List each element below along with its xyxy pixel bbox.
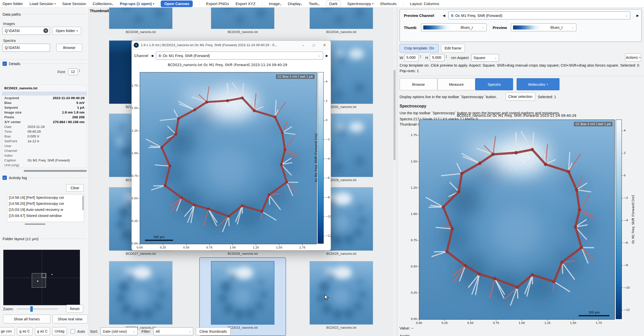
reset-zoom-label: Reset — [70, 307, 79, 311]
scan-params-badge: CC Bias 5 mV | Iset 1 pA — [574, 122, 612, 126]
menu-item-image[interactable]: Image▾ — [269, 2, 281, 6]
preview-channel-label: Preview Channel — [404, 13, 434, 18]
menu-item-pop-ups-1-open[interactable]: Pop-ups (1 open)▾ — [120, 2, 154, 6]
menu-item-open-canvas[interactable]: Open Canvas — [161, 1, 193, 7]
log-vscrollbar[interactable] — [82, 196, 84, 210]
preview-channel-dropdown[interactable]: 8: Oc M1 Freq. Shift (Forward) ⌄ — [448, 11, 630, 19]
marker-stats: Thumbnail markers On | Preview On | Mini… — [400, 122, 531, 126]
clear-selection-button[interactable]: Clear selection — [506, 92, 535, 101]
menu-item-display[interactable]: Display▾ — [288, 2, 302, 6]
menu-item-spectroscopy[interactable]: Spectroscopy▾ — [347, 2, 373, 6]
clear-log-button[interactable]: Clear — [66, 184, 84, 192]
thumbnails-scrollbar-thumb[interactable] — [394, 70, 396, 160]
thumbnail-BCD023_nanonis[interactable] — [211, 261, 274, 325]
spectra-path-input[interactable] — [3, 44, 50, 52]
channel-dropdown[interactable]: 8: Oc M1 Freq. Shift (Forward) ⌄ — [156, 51, 323, 60]
thumb-cmap-value: Blues_r — [461, 25, 473, 30]
height-stepper[interactable]: ▲▼ — [445, 55, 447, 58]
reset-zoom-button[interactable]: Reset — [66, 305, 83, 313]
menu-item-dark[interactable]: Dark — [326, 1, 341, 7]
activity-log-checkbox[interactable]: ✓ — [3, 176, 7, 180]
prev-channel-button[interactable]: ◀ — [151, 54, 153, 58]
menu-item-tools[interactable]: Tools▾ — [309, 2, 319, 6]
menu-item-shortcuts[interactable]: Shortcuts — [380, 2, 396, 6]
figure-title: BCD023_nanonis.txt Oc M1 Freq. Shift (Fo… — [168, 63, 287, 67]
mode-button-measure[interactable]: Measure — [437, 78, 475, 90]
edit-frame-button[interactable]: Edit frame — [441, 44, 465, 52]
popout-channel-row: Channel ◀ 8: Oc M1 Freq. Shift (Forward)… — [132, 50, 331, 61]
thumbnail-BCD022_nanonis[interactable] — [310, 261, 373, 325]
x-tick-label: 0.25 — [158, 246, 168, 249]
filter-dropdown[interactable]: All ⌄ — [153, 327, 193, 335]
details-checkbox[interactable]: ✓ — [3, 62, 7, 66]
details-hscrollbar[interactable] — [24, 170, 87, 172]
menu-item-open-folder[interactable]: Open folder — [3, 2, 23, 6]
menu-item-export-pngs[interactable]: Export PNGs — [206, 2, 229, 6]
close-button[interactable]: ✕ — [320, 42, 329, 48]
crop-template-toggle[interactable]: Crop template: On — [400, 44, 439, 52]
thumbnail-BCD024_nanonis[interactable] — [109, 261, 173, 325]
colormap-swatch — [423, 25, 459, 30]
open-folder-button[interactable]: Open folder ▾ — [52, 27, 81, 35]
sort-dropdown[interactable]: Date (old-new) ⌄ — [101, 327, 137, 335]
log-entry: [14:58:18] [Perf] Spectroscopy cor — [7, 194, 84, 201]
font-size-input[interactable]: 12 — [68, 68, 78, 75]
details-toggle[interactable]: ✓ Details — [3, 62, 87, 66]
show-real-view-button[interactable]: Show real view — [52, 315, 88, 323]
menu-item-layout-columns[interactable]: Layout: Columns — [410, 2, 439, 6]
folder-layout-minimap[interactable] — [3, 250, 80, 305]
thumbnails-scrollbar-track[interactable] — [394, 8, 396, 336]
zoom-slider-handle[interactable] — [30, 306, 33, 312]
thumbnail-BCD036_nanonis[interactable] — [109, 8, 173, 29]
actions-button[interactable]: Actions ▾ — [625, 53, 641, 62]
width-input[interactable]: 5.000 — [404, 54, 419, 61]
tag-button-1[interactable]: ge con — [0, 327, 15, 335]
next-channel-button[interactable]: ▶ — [326, 54, 328, 58]
aspect-dropdown[interactable]: Square ⌄ — [471, 54, 499, 62]
tag-button-3[interactable]: g as C — [35, 327, 50, 335]
font-size-stepper[interactable]: ▲▼ — [79, 69, 80, 72]
spectra-path-label: Spectra — [3, 39, 16, 43]
prev-channel-button[interactable]: ◀ — [443, 14, 445, 17]
menu-item-export-xyz[interactable]: Export XYZ — [236, 2, 256, 6]
preview-cmap-dropdown[interactable]: Blues_r ⌄ — [511, 23, 576, 31]
mode-button-spectro[interactable]: Spectro — [475, 78, 513, 90]
app-icon: × — [134, 43, 139, 48]
thumb-cmap-dropdown[interactable]: Blues_r ⌄ — [421, 23, 487, 31]
menu-item-open-folder-label: Open folder — [3, 2, 23, 6]
chevron-down-icon: ⌄ — [625, 14, 628, 17]
next-channel-button[interactable]: ▶ — [636, 14, 639, 17]
details-row-label: User — [4, 144, 27, 148]
app-root: Open folderLoad Session▾Save SessionColl… — [0, 0, 644, 336]
clear-path-icon[interactable]: ✕ — [43, 28, 48, 33]
browse-button[interactable]: Browse — [56, 44, 82, 52]
menu-item-collections[interactable]: Collections▾ — [93, 2, 113, 6]
thumbnail-BCD035_nanonis[interactable] — [211, 8, 274, 29]
zoom-slider-track[interactable] — [17, 309, 58, 310]
details-row-label: Channel — [4, 148, 27, 153]
menu-item-export-xyz-label: Export XYZ — [236, 2, 256, 6]
y-tick-label: 0.00 — [131, 242, 138, 245]
auto-checkbox[interactable] — [71, 329, 75, 333]
menu-item-save-session[interactable]: Save Session — [62, 2, 86, 6]
stm-preview-plot[interactable]: CC Bias 5 mV | Iset 1 pA300 pm — [419, 120, 615, 320]
stm-preview-plot[interactable]: CC Bias 5 mV | Iset 1 pA300 pm — [140, 72, 317, 244]
mode-button-browse[interactable]: Browse — [400, 78, 437, 90]
height-input[interactable]: 5.000 — [430, 54, 444, 61]
popout-titlebar[interactable]: × 1.9 x 1.9 nm | BCD023_nanonis.txt Oc M… — [132, 41, 331, 50]
activity-log-toggle[interactable]: ✓ Activity log — [3, 176, 87, 180]
mode-button-molecules[interactable]: Molecules▾ — [517, 78, 559, 90]
y-tick-mark — [417, 135, 419, 135]
images-path-input[interactable] — [3, 27, 50, 35]
clear-thumbnails-button[interactable]: Clear thumbnails — [196, 327, 231, 335]
show-all-frames-button[interactable]: Show all frames — [3, 315, 50, 323]
minimize-button[interactable]: – — [299, 42, 307, 48]
untag-button[interactable]: Untag — [52, 327, 67, 335]
tag-button-2[interactable]: g as C — [17, 327, 33, 335]
maximize-button[interactable]: □ — [310, 42, 318, 48]
log-hscrollbar[interactable] — [25, 223, 45, 225]
menu-item-load-session[interactable]: Load Session▾ — [30, 2, 55, 6]
thumbnail-BCD034_nanonis[interactable] — [310, 8, 373, 29]
colorbar-tick-label: −10 — [624, 286, 630, 289]
width-stepper[interactable]: ▲▼ — [420, 55, 421, 58]
